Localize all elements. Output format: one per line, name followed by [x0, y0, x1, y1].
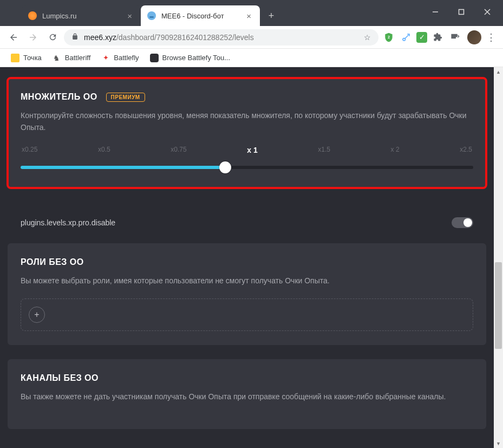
bookmark-icon [150, 54, 159, 62]
card-heading-text: КАНАЛЫ БЕЗ ОО [21, 373, 99, 383]
window-controls [427, 4, 495, 20]
toggle-label: plugins.levels.xp.pro.disable [21, 218, 115, 227]
toggle-knob [463, 218, 472, 227]
tab-title: Lumpics.ru [42, 12, 77, 20]
bookmark-battlefly[interactable]: ✦ Battlefly [97, 51, 143, 64]
close-tab-icon[interactable]: × [125, 10, 134, 22]
favicon-lumpics-icon [28, 11, 37, 20]
tab-title: MEE6 - Discord-бот [161, 12, 224, 20]
extensions-button[interactable] [430, 30, 445, 44]
slider-label-active: x 1 [247, 146, 257, 154]
bookmark-tochka[interactable]: Точка [6, 51, 46, 64]
new-tab-button[interactable]: + [263, 8, 279, 24]
lock-icon [71, 33, 79, 42]
bookmark-label: Browse Battlefy Tou... [162, 54, 231, 62]
bookmark-label: Точка [23, 54, 42, 62]
card-heading-text: РОЛИ БЕЗ ОО [21, 257, 84, 267]
card-description: Вы можете выбрать роли, имея которые пол… [21, 275, 473, 287]
bookmark-star-icon[interactable]: ☆ [364, 33, 371, 42]
disable-xp-pro-row: plugins.levels.xp.pro.disable [0, 202, 494, 243]
bookmark-label: Battlefly [114, 54, 139, 62]
disable-xp-pro-toggle[interactable] [452, 217, 473, 228]
card-description: Контролируйте сложность повышения уровня… [21, 109, 473, 134]
address-bar[interactable]: mee6.xyz/dashboard/790928162401288252/le… [64, 29, 378, 46]
add-role-button[interactable]: + [29, 307, 45, 323]
reload-button[interactable] [44, 29, 61, 46]
back-button[interactable] [5, 29, 22, 46]
bookmark-battlefy[interactable]: Browse Battlefy Tou... [146, 51, 235, 64]
no-xp-roles-card: РОЛИ БЕЗ ОО Вы можете выбрать роли, имея… [8, 243, 486, 345]
forward-button[interactable] [25, 29, 41, 46]
close-tab-icon[interactable]: × [244, 10, 253, 22]
minimize-button[interactable] [427, 4, 443, 20]
premium-badge: ПРЕМИУМ [106, 93, 145, 102]
browser-toolbar: mee6.xyz/dashboard/790928162401288252/le… [0, 26, 503, 49]
slider-label: x0.75 [171, 146, 186, 154]
card-heading: РОЛИ БЕЗ ОО [21, 257, 84, 267]
maximize-button[interactable] [453, 4, 469, 20]
card-description: Вы также можете не дать участникам получ… [21, 391, 473, 402]
card-heading-text: МНОЖИТЕЛЬ ОО [21, 92, 97, 102]
slider-label: x0.25 [22, 146, 37, 154]
favicon-mee6-icon [147, 11, 156, 20]
tab-lumpics[interactable]: Lumpics.ru × [22, 5, 141, 26]
card-heading: МНОЖИТЕЛЬ ОО ПРЕМИУМ [21, 92, 145, 102]
scrollbar-thumb[interactable] [495, 262, 502, 349]
svg-text:2: 2 [388, 35, 390, 38]
reading-list-icon[interactable] [448, 30, 462, 44]
scrollbar[interactable]: ▲ ▼ [494, 67, 503, 448]
bookmark-icon: ✦ [101, 54, 110, 62]
slider-label: x 2 [391, 146, 400, 154]
extension-check-icon[interactable]: ✓ [416, 32, 427, 43]
window-chrome: Lumpics.ru × MEE6 - Discord-бот × + [0, 0, 503, 26]
card-heading: КАНАЛЫ БЕЗ ОО [21, 373, 99, 383]
slider-label: x2.5 [460, 146, 472, 154]
page-content: МНОЖИТЕЛЬ ОО ПРЕМИУМ Контролируйте сложн… [0, 67, 494, 448]
browser-menu-button[interactable]: ⋮ [485, 31, 498, 43]
bookmark-label: Battleriff [65, 54, 90, 62]
tab-mee6[interactable]: MEE6 - Discord-бот × [141, 5, 260, 26]
close-window-button[interactable] [479, 4, 495, 20]
bookmark-icon: ♞ [53, 54, 61, 62]
bookmark-icon [11, 54, 19, 62]
slider-label: x0.5 [98, 146, 110, 154]
slider-labels: x0.25 x0.5 x0.75 x 1 x1.5 x 2 x2.5 [21, 146, 473, 154]
slider-fill [21, 166, 225, 169]
page-viewport: ▲ ▼ МНОЖИТЕЛЬ ОО ПРЕМИУМ Контролируйте с… [0, 67, 503, 448]
add-role-box: + [21, 298, 473, 331]
slider-thumb[interactable] [219, 161, 231, 173]
xp-multiplier-card: МНОЖИТЕЛЬ ОО ПРЕМИУМ Контролируйте сложн… [8, 78, 486, 188]
scroll-up-icon[interactable]: ▲ [494, 67, 503, 76]
extension-icon[interactable] [399, 30, 413, 44]
svg-rect-1 [459, 10, 464, 15]
scroll-down-icon[interactable]: ▼ [494, 439, 503, 448]
bookmarks-bar: Точка ♞ Battleriff ✦ Battlefly Browse Ba… [0, 49, 503, 67]
slider-label: x1.5 [318, 146, 330, 154]
no-xp-channels-card: КАНАЛЫ БЕЗ ОО Вы также можете не дать уч… [8, 359, 486, 428]
url-text: mee6.xyz/dashboard/790928162401288252/le… [84, 33, 364, 42]
bookmark-battleriff[interactable]: ♞ Battleriff [48, 51, 95, 64]
profile-avatar[interactable] [467, 30, 481, 44]
xp-multiplier-slider[interactable] [21, 161, 473, 174]
adblock-extension-icon[interactable]: 2 [382, 30, 396, 44]
